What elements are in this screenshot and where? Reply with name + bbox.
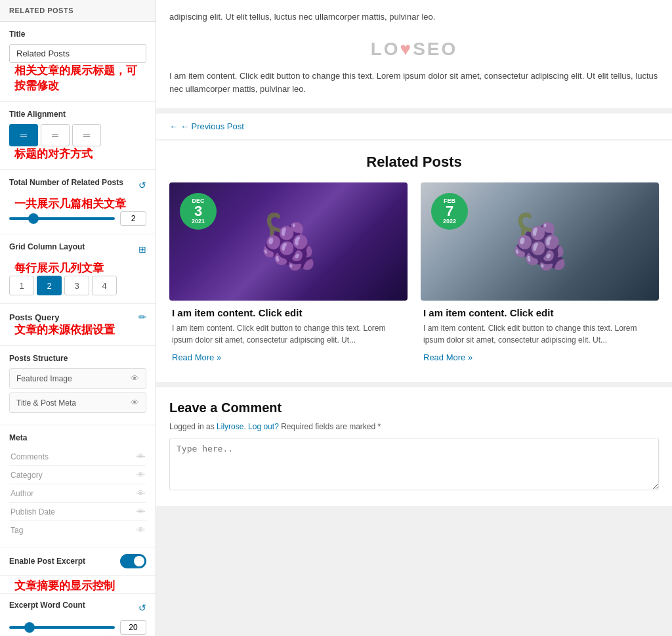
col-1-button[interactable]: 1	[9, 276, 34, 295]
comment-logout-link[interactable]: Log out?	[248, 422, 279, 431]
title-alignment-section: Title Alignment ═ ═ ═ 标题的对齐方式	[0, 102, 156, 170]
prev-post-label: ← Previous Post	[180, 121, 244, 131]
related-posts-heading: Related Posts	[169, 154, 659, 171]
meta-category: Category 👁	[9, 466, 146, 484]
excerpt-count-refresh-icon[interactable]: ↺	[138, 603, 146, 613]
col-3-button[interactable]: 3	[64, 276, 89, 295]
prev-post-arrow: ←	[169, 121, 178, 131]
meta-comments-label: Comments	[10, 452, 49, 461]
meta-author: Author 👁	[9, 484, 146, 503]
align-left-button[interactable]: ═	[9, 124, 38, 146]
title-section: Title 相关文章的展示标题，可按需修改	[0, 22, 156, 102]
meta-author-label: Author	[10, 489, 33, 498]
meta-label: Meta	[9, 433, 146, 442]
title-annotation: 相关文章的展示标题，可按需修改	[14, 63, 146, 93]
excerpt-count-value[interactable]	[120, 620, 146, 635]
date-year-2: 2022	[443, 219, 456, 224]
post-excerpt-2: I am item content. Click edit button to …	[423, 322, 656, 346]
panel-title: RELATED POSTS	[9, 7, 74, 14]
excerpt-count-slider-row	[9, 620, 146, 635]
excerpt-word-count-section: Excerpt Word Count ↺ 文章再要的显示长度	[0, 594, 156, 636]
top-text-1: adipiscing elit. Ut elit tellus, luctus …	[169, 11, 659, 24]
total-posts-value[interactable]	[120, 211, 146, 226]
post-card-1: Dec 3 2021 I am item content. Click edit…	[169, 182, 408, 369]
align-center-button[interactable]: ═	[41, 124, 70, 146]
query-annotation: 文章的来源依据设置	[14, 322, 146, 337]
top-text-block: adipiscing elit. Ut elit tellus, luctus …	[156, 0, 672, 108]
meta-section: Meta Comments 👁 Category 👁 Author 👁 Publ…	[0, 425, 156, 547]
align-right-button[interactable]: ═	[72, 124, 101, 146]
date-day-2: 7	[446, 204, 453, 219]
enable-excerpt-row: Enable Post Excerpt	[0, 547, 156, 576]
settings-panel: RELATED POSTS Title 相关文章的展示标题，可按需修改 Titl…	[0, 0, 156, 636]
prev-post-link[interactable]: ← ← Previous Post	[169, 121, 659, 131]
enable-excerpt-label: Enable Post Excerpt	[9, 557, 85, 566]
comment-meta: Logged in as Lilyrose. Log out? Required…	[169, 422, 659, 431]
total-annotation: 一共展示几篇相关文章	[14, 196, 146, 211]
posts-query-edit-icon[interactable]: ✏	[138, 312, 146, 322]
read-more-1[interactable]: Read More »	[172, 352, 221, 362]
col-2-button[interactable]: 2	[37, 276, 62, 295]
comment-meta-post: Required fields are marked *	[279, 422, 381, 431]
meta-publish-date-label: Publish Date	[10, 507, 55, 517]
title-meta-eye-icon[interactable]: 👁	[131, 398, 139, 408]
excerpt-count-slider[interactable]	[9, 626, 115, 629]
featured-image-eye-icon[interactable]: 👁	[131, 373, 139, 383]
meta-category-label: Category	[10, 471, 43, 480]
title-meta-label: Title & Post Meta	[16, 398, 76, 408]
panel-header: RELATED POSTS	[0, 0, 156, 22]
excerpt-word-count-label: Excerpt Word Count	[9, 601, 85, 610]
total-posts-section: Total Number of Related Posts ↺ 一共展示几篇相关…	[0, 170, 156, 234]
preview-panel: adipiscing elit. Ut elit tellus, luctus …	[156, 0, 672, 636]
meta-publish-date: Publish Date 👁	[9, 503, 146, 521]
structure-title-meta: Title & Post Meta 👁	[9, 392, 146, 413]
title-input[interactable]	[9, 44, 146, 63]
prev-post-nav: ← ← Previous Post	[156, 114, 672, 139]
enable-excerpt-toggle[interactable]	[120, 554, 146, 568]
posts-structure-section: Posts Structure Featured Image 👁 Title &…	[0, 346, 156, 425]
alignment-label: Title Alignment	[9, 110, 146, 119]
meta-tag: Tag 👁	[9, 521, 146, 539]
meta-tag-label: Tag	[10, 526, 23, 535]
date-day-1: 3	[194, 204, 202, 219]
posts-grid: Dec 3 2021 I am item content. Click edit…	[169, 182, 659, 369]
comment-textarea[interactable]	[169, 438, 659, 490]
grid-layout-icon[interactable]: ⊞	[138, 244, 146, 255]
meta-tag-eye-icon[interactable]: 👁	[136, 525, 145, 535]
post-image-wrap-2: Feb 7 2022	[421, 182, 659, 301]
logo-overlay: LO♥SEO	[371, 39, 458, 59]
date-badge-2: Feb 7 2022	[431, 193, 468, 230]
post-excerpt-1: I am item content. Click edit button to …	[172, 322, 405, 346]
meta-comments-eye-icon[interactable]: 👁	[136, 452, 145, 461]
total-posts-refresh-icon[interactable]: ↺	[138, 180, 146, 190]
alignment-annotation: 标题的对齐方式	[14, 146, 146, 161]
meta-category-eye-icon[interactable]: 👁	[136, 470, 145, 480]
post-title-1: I am item content. Click edit	[172, 307, 405, 318]
post-card-2: Feb 7 2022 I am item content. Click edit…	[421, 182, 659, 369]
read-more-2[interactable]: Read More »	[423, 352, 472, 362]
post-image-wrap-1: Dec 3 2021	[169, 182, 408, 301]
meta-publish-date-eye-icon[interactable]: 👁	[136, 507, 145, 517]
post-content-2: I am item content. Click edit I am item …	[421, 301, 659, 369]
meta-comments: Comments 👁	[9, 448, 146, 466]
post-content-1: I am item content. Click edit I am item …	[169, 301, 408, 369]
date-year-1: 2021	[192, 219, 205, 224]
alignment-row: ═ ═ ═	[9, 124, 146, 146]
col-4-button[interactable]: 4	[92, 276, 117, 295]
structure-featured-image: Featured Image 👁	[9, 368, 146, 389]
posts-query-section: Posts Query ✏ 文章的来源依据设置	[0, 304, 156, 346]
post-title-2: I am item content. Click edit	[423, 307, 656, 318]
total-posts-slider[interactable]	[9, 217, 115, 220]
grid-layout-section: Grid Column Layout ⊞ 每行展示几列文章 1 2 3 4	[0, 234, 156, 304]
posts-query-label: Posts Query	[9, 312, 60, 322]
comment-meta-pre: Logged in as	[169, 422, 217, 431]
comment-title: Leave a Comment	[169, 400, 659, 415]
date-badge-1: Dec 3 2021	[180, 193, 217, 230]
comment-meta-name-link[interactable]: Lilyrose	[217, 422, 243, 431]
posts-structure-label: Posts Structure	[9, 354, 146, 363]
meta-author-eye-icon[interactable]: 👁	[136, 488, 145, 498]
total-posts-slider-row	[9, 211, 146, 226]
total-posts-label: Total Number of Related Posts	[9, 178, 123, 187]
related-posts-block: Related Posts Dec 3 2021 I am item conte…	[156, 140, 672, 382]
featured-image-label: Featured Image	[16, 374, 72, 383]
